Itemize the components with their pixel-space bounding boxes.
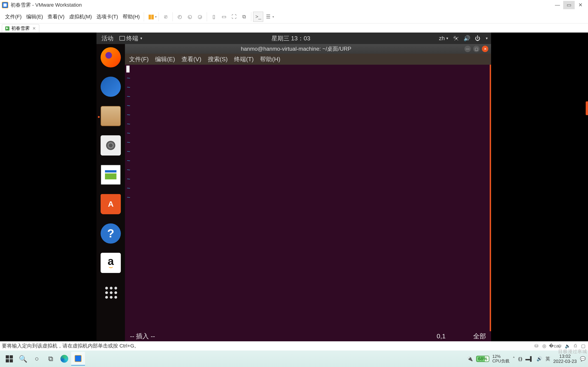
vm-unity-icon[interactable]: ⧉ (239, 12, 249, 22)
terminal-icon (120, 36, 125, 41)
terminal-titlebar[interactable]: hanmo@hanmo-virtual-machine: ~/桌面/URP — … (125, 44, 491, 54)
vm-snapshot-revert-icon[interactable]: ◵ (185, 12, 195, 22)
vmware-window-title: 初春雪霁 - VMware Workstation (10, 2, 82, 8)
vmware-titlebar: 初春雪霁 - VMware Workstation — ▭ ✕ (0, 0, 588, 10)
tray-notifications-icon[interactable]: 💬 (580, 356, 586, 361)
gnome-terminal-window[interactable]: hanmo@hanmo-virtual-machine: ~/桌面/URP — … (125, 44, 491, 341)
device-cd-icon[interactable]: ◎ (541, 343, 547, 349)
terminal-menu-edit[interactable]: 编辑(E) (155, 55, 175, 63)
tray-cpu-widget[interactable]: 12% CPU负载 (493, 354, 510, 363)
tray-volume-icon[interactable]: 🔊 (536, 356, 542, 361)
window-close-button[interactable]: ✕ (575, 1, 586, 9)
device-sound-icon[interactable]: 🔈 (565, 343, 571, 349)
tray-wifi-icon[interactable]: ⸨⸩ (518, 356, 522, 361)
ubuntu-datetime[interactable]: 星期三 13：03 (147, 34, 435, 42)
windows-taskbar: 🔍 ○ ⧉ 🔌 68% 12% CPU负载 ˄ ⸨⸩ ▬▌ 🔊 英 13:02 … (0, 350, 588, 367)
device-usb-icon[interactable]: ψ (557, 343, 563, 349)
vim-status-line: -- 插入 -- 0,1 全部 (125, 331, 491, 341)
window-minimize-button[interactable]: — (552, 1, 563, 9)
dock-show-applications-icon[interactable] (101, 282, 121, 302)
tray-date: 2022-03-23 (553, 359, 577, 364)
vmware-menu-help[interactable]: 帮助(H) (120, 12, 142, 22)
terminal-minimize-button[interactable]: — (464, 46, 471, 52)
tray-ime-label[interactable]: 英 (545, 356, 550, 362)
vm-send-ctrl-alt-del-icon[interactable]: ⎚ (161, 12, 171, 22)
dock-firefox-icon[interactable] (101, 47, 121, 67)
terminal-menu-file[interactable]: 文件(F) (129, 55, 149, 63)
dock-help-icon[interactable] (101, 223, 121, 244)
tray-cpu-pct: 12% (493, 354, 510, 359)
terminal-menubar: 文件(F) 编辑(E) 查看(V) 搜索(S) 终端(T) 帮助(H) (125, 54, 491, 65)
taskbar-taskview-icon[interactable]: ⧉ (44, 352, 57, 366)
vmware-menu-edit[interactable]: 编辑(E) (24, 12, 45, 22)
dock-ubuntu-software-icon[interactable] (101, 194, 121, 214)
taskbar-vmware-icon[interactable] (71, 352, 85, 366)
dock-amazon-icon[interactable] (101, 253, 121, 273)
terminal-menu-search[interactable]: 搜索(S) (208, 55, 228, 63)
terminal-menu-help[interactable]: 帮助(H) (260, 55, 280, 63)
vm-snapshot-take-icon[interactable]: ◴ (174, 12, 185, 22)
vm-snapshot-manage-icon[interactable]: ◶ (195, 12, 205, 22)
tray-chevron-up-icon[interactable]: ˄ (513, 356, 515, 361)
vim-cursor-position: 0,1 (437, 333, 446, 340)
dock-thunderbird-icon[interactable] (101, 77, 121, 97)
terminal-close-button[interactable]: ✕ (482, 46, 488, 52)
tray-battery-icon[interactable]: ▬▌ (526, 356, 533, 361)
device-hdd-icon[interactable]: ⛁ (533, 343, 539, 349)
vmware-menu-tabs[interactable]: 选项卡(T) (94, 12, 120, 22)
dock-files-icon[interactable] (101, 106, 121, 126)
chevron-down-icon: ▼ (446, 36, 449, 40)
terminal-title: hanmo@hanmo-virtual-machine: ~/桌面/URP (128, 45, 464, 52)
device-printer-icon[interactable]: ⎙ (572, 343, 578, 349)
taskbar-search-icon[interactable]: 🔍 (16, 352, 30, 366)
network-icon[interactable]: ⏧ (453, 35, 459, 42)
ubuntu-input-source[interactable]: zh ▼ (439, 35, 449, 42)
vmware-menu-view[interactable]: 查看(V) (45, 12, 67, 22)
terminal-menu-view[interactable]: 查看(V) (182, 55, 201, 63)
chevron-down-icon: ▼ (485, 36, 488, 40)
vm-thumbnail-bar-icon[interactable]: ☰ (263, 12, 273, 22)
vm-thumbnail-dropdown[interactable]: ▾ (272, 15, 274, 19)
vim-cursor (126, 66, 130, 73)
vmware-device-tray: ⛁ ◎ �са ψ 🔈 ⎙ ▢ (533, 343, 586, 349)
vm-power-dropdown[interactable]: ▾ (155, 15, 157, 19)
ubuntu-dock (96, 44, 125, 341)
taskbar-edge-icon[interactable] (57, 352, 71, 366)
ubuntu-app-indicator-label: 终端 (126, 34, 138, 42)
vmware-logo-icon (2, 2, 8, 8)
vmware-menu-file[interactable]: 文件(F) (3, 12, 24, 22)
vm-view-single-icon[interactable]: ▯ (209, 12, 219, 22)
dock-rhythmbox-icon[interactable] (101, 135, 121, 156)
vm-pause-button[interactable]: ▮▮ (146, 12, 156, 22)
tray-battery-widget[interactable]: 68% (476, 356, 489, 362)
window-maximize-button[interactable]: ▭ (563, 1, 575, 9)
vmware-tab-active[interactable]: 初春雪霁 ✕ (2, 24, 39, 32)
vm-view-console-icon[interactable]: ▭ (219, 12, 229, 22)
vim-scroll-scope: 全部 (473, 332, 486, 341)
vmware-menu-vm[interactable]: 虚拟机(M) (67, 12, 94, 22)
tray-clock[interactable]: 13:02 2022-03-23 (553, 354, 577, 364)
device-display-icon[interactable]: ▢ (580, 343, 586, 349)
start-button[interactable] (2, 352, 16, 366)
terminal-menu-terminal[interactable]: 终端(T) (234, 55, 254, 63)
chevron-down-icon: ▼ (140, 36, 143, 40)
vim-mode-label: -- 插入 -- (130, 332, 155, 341)
vm-fullscreen-icon[interactable]: ⛶ (229, 12, 239, 22)
vmware-input-hint: 要将输入定向到该虚拟机，请在虚拟机内部单击或按 Ctrl+G。 (2, 342, 533, 349)
vmware-tab-close-icon[interactable]: ✕ (32, 26, 36, 31)
terminal-maximize-button[interactable]: ▢ (473, 46, 480, 52)
tray-plug-icon[interactable]: 🔌 (467, 356, 473, 361)
ubuntu-activities-button[interactable]: 活动 (99, 33, 116, 43)
device-network-icon[interactable]: �са (549, 343, 555, 349)
terminal-body[interactable]: ~~~~~~~~~~~~~~ (125, 65, 490, 331)
vmware-menubar: 文件(F) 编辑(E) 查看(V) 虚拟机(M) 选项卡(T) 帮助(H) ▮▮… (0, 10, 588, 23)
dock-libreoffice-writer-icon[interactable] (101, 165, 121, 185)
host-edge-marker (586, 101, 588, 115)
guest-viewport[interactable]: 活动 终端 ▼ 星期三 13：03 zh ▼ ⏧ 🔊 ⏻ ▼ hanmo@ha (96, 33, 491, 341)
vm-stretch-guest-icon[interactable]: >_ (253, 12, 263, 22)
taskbar-cortana-icon[interactable]: ○ (30, 352, 44, 366)
volume-icon[interactable]: 🔊 (464, 35, 470, 42)
power-icon[interactable]: ⏻ (475, 35, 481, 42)
ubuntu-app-indicator[interactable]: 终端 ▼ (120, 34, 143, 42)
vm-display-frame[interactable]: 活动 终端 ▼ 星期三 13：03 zh ▼ ⏧ 🔊 ⏻ ▼ hanmo@ha (0, 33, 588, 341)
